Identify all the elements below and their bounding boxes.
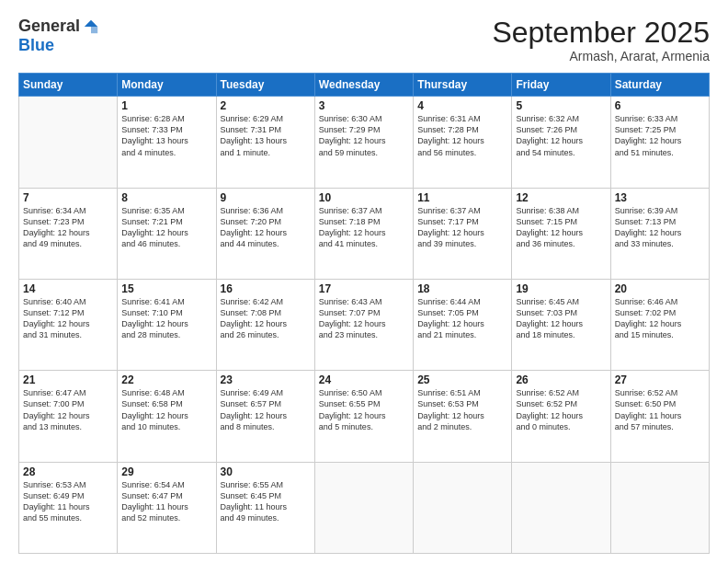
- day-number: 15: [121, 282, 211, 295]
- day-info: Sunrise: 6:46 AMSunset: 7:02 PMDaylight:…: [615, 296, 705, 341]
- logo: General Blue: [18, 17, 99, 55]
- table-row: 28Sunrise: 6:53 AMSunset: 6:49 PMDayligh…: [19, 462, 118, 553]
- calendar-week-row: 14Sunrise: 6:40 AMSunset: 7:12 PMDayligh…: [19, 279, 710, 370]
- table-row: 27Sunrise: 6:52 AMSunset: 6:50 PMDayligh…: [610, 371, 709, 462]
- day-number: 26: [516, 373, 606, 386]
- header: General Blue September 2025 Armash, Arar…: [18, 17, 710, 63]
- day-info: Sunrise: 6:52 AMSunset: 6:52 PMDaylight:…: [516, 387, 606, 432]
- table-row: [19, 97, 118, 188]
- table-row: 19Sunrise: 6:45 AMSunset: 7:03 PMDayligh…: [512, 279, 610, 370]
- table-row: 24Sunrise: 6:50 AMSunset: 6:55 PMDayligh…: [314, 371, 413, 462]
- day-number: 3: [319, 99, 409, 112]
- day-info: Sunrise: 6:38 AMSunset: 7:15 PMDaylight:…: [516, 205, 606, 250]
- day-number: 16: [221, 282, 311, 295]
- day-info: Sunrise: 6:28 AMSunset: 7:33 PMDaylight:…: [121, 113, 211, 158]
- table-row: 18Sunrise: 6:44 AMSunset: 7:05 PMDayligh…: [414, 279, 512, 370]
- header-wednesday: Wednesday: [314, 74, 413, 97]
- day-info: Sunrise: 6:41 AMSunset: 7:10 PMDaylight:…: [121, 296, 211, 341]
- day-info: Sunrise: 6:39 AMSunset: 7:13 PMDaylight:…: [615, 205, 705, 250]
- day-info: Sunrise: 6:40 AMSunset: 7:12 PMDaylight:…: [23, 296, 113, 341]
- day-number: 29: [121, 465, 211, 478]
- day-info: Sunrise: 6:45 AMSunset: 7:03 PMDaylight:…: [516, 296, 606, 341]
- day-info: Sunrise: 6:30 AMSunset: 7:29 PMDaylight:…: [319, 113, 409, 158]
- calendar-week-row: 7Sunrise: 6:34 AMSunset: 7:23 PMDaylight…: [19, 188, 710, 279]
- day-info: Sunrise: 6:29 AMSunset: 7:31 PMDaylight:…: [221, 113, 311, 158]
- day-number: 5: [516, 99, 606, 112]
- table-row: 30Sunrise: 6:55 AMSunset: 6:45 PMDayligh…: [216, 462, 314, 553]
- table-row: 3Sunrise: 6:30 AMSunset: 7:29 PMDaylight…: [314, 97, 413, 188]
- header-thursday: Thursday: [414, 74, 512, 97]
- table-row: [314, 462, 413, 553]
- day-number: 4: [417, 99, 507, 112]
- day-info: Sunrise: 6:36 AMSunset: 7:20 PMDaylight:…: [221, 205, 311, 250]
- table-row: 8Sunrise: 6:35 AMSunset: 7:21 PMDaylight…: [118, 188, 216, 279]
- svg-marker-0: [85, 19, 97, 26]
- day-info: Sunrise: 6:32 AMSunset: 7:26 PMDaylight:…: [516, 113, 606, 158]
- table-row: 20Sunrise: 6:46 AMSunset: 7:02 PMDayligh…: [610, 279, 709, 370]
- day-number: 13: [615, 191, 705, 204]
- day-number: 17: [319, 282, 409, 295]
- table-row: [414, 462, 512, 553]
- logo-general-text: General: [18, 17, 80, 36]
- calendar-week-row: 21Sunrise: 6:47 AMSunset: 7:00 PMDayligh…: [19, 371, 710, 462]
- calendar-week-row: 1Sunrise: 6:28 AMSunset: 7:33 PMDaylight…: [19, 97, 710, 188]
- table-row: [512, 462, 610, 553]
- day-number: 22: [121, 373, 211, 386]
- day-info: Sunrise: 6:53 AMSunset: 6:49 PMDaylight:…: [23, 479, 113, 524]
- day-number: 2: [221, 99, 311, 112]
- table-row: 5Sunrise: 6:32 AMSunset: 7:26 PMDaylight…: [512, 97, 610, 188]
- table-row: 6Sunrise: 6:33 AMSunset: 7:25 PMDaylight…: [610, 97, 709, 188]
- table-row: 26Sunrise: 6:52 AMSunset: 6:52 PMDayligh…: [512, 371, 610, 462]
- table-row: 7Sunrise: 6:34 AMSunset: 7:23 PMDaylight…: [19, 188, 118, 279]
- table-row: 10Sunrise: 6:37 AMSunset: 7:18 PMDayligh…: [314, 188, 413, 279]
- day-number: 14: [23, 282, 113, 295]
- calendar-week-row: 28Sunrise: 6:53 AMSunset: 6:49 PMDayligh…: [19, 462, 710, 553]
- weekday-header-row: Sunday Monday Tuesday Wednesday Thursday…: [19, 74, 710, 97]
- day-info: Sunrise: 6:31 AMSunset: 7:28 PMDaylight:…: [417, 113, 507, 158]
- table-row: 2Sunrise: 6:29 AMSunset: 7:31 PMDaylight…: [216, 97, 314, 188]
- calendar-table: Sunday Monday Tuesday Wednesday Thursday…: [18, 73, 710, 554]
- day-number: 11: [417, 191, 507, 204]
- day-info: Sunrise: 6:51 AMSunset: 6:53 PMDaylight:…: [417, 387, 507, 432]
- day-number: 20: [615, 282, 705, 295]
- day-info: Sunrise: 6:33 AMSunset: 7:25 PMDaylight:…: [615, 113, 705, 158]
- day-number: 1: [121, 99, 211, 112]
- day-number: 10: [319, 191, 409, 204]
- day-info: Sunrise: 6:37 AMSunset: 7:17 PMDaylight:…: [417, 205, 507, 250]
- day-info: Sunrise: 6:44 AMSunset: 7:05 PMDaylight:…: [417, 296, 507, 341]
- day-number: 6: [615, 99, 705, 112]
- day-number: 12: [516, 191, 606, 204]
- table-row: [610, 462, 709, 553]
- month-title: September 2025: [492, 17, 710, 49]
- header-monday: Monday: [118, 74, 216, 97]
- day-number: 7: [23, 191, 113, 204]
- table-row: 22Sunrise: 6:48 AMSunset: 6:58 PMDayligh…: [118, 371, 216, 462]
- day-number: 8: [121, 191, 211, 204]
- location-subtitle: Armash, Ararat, Armenia: [492, 49, 710, 63]
- day-info: Sunrise: 6:42 AMSunset: 7:08 PMDaylight:…: [221, 296, 311, 341]
- day-info: Sunrise: 6:47 AMSunset: 7:00 PMDaylight:…: [23, 387, 113, 432]
- day-number: 19: [516, 282, 606, 295]
- day-number: 21: [23, 373, 113, 386]
- page: General Blue September 2025 Armash, Arar…: [0, 0, 728, 563]
- table-row: 23Sunrise: 6:49 AMSunset: 6:57 PMDayligh…: [216, 371, 314, 462]
- day-info: Sunrise: 6:35 AMSunset: 7:21 PMDaylight:…: [121, 205, 211, 250]
- day-number: 18: [417, 282, 507, 295]
- table-row: 9Sunrise: 6:36 AMSunset: 7:20 PMDaylight…: [216, 188, 314, 279]
- table-row: 12Sunrise: 6:38 AMSunset: 7:15 PMDayligh…: [512, 188, 610, 279]
- header-tuesday: Tuesday: [216, 74, 314, 97]
- table-row: 15Sunrise: 6:41 AMSunset: 7:10 PMDayligh…: [118, 279, 216, 370]
- svg-marker-1: [91, 27, 97, 33]
- table-row: 16Sunrise: 6:42 AMSunset: 7:08 PMDayligh…: [216, 279, 314, 370]
- header-saturday: Saturday: [610, 74, 709, 97]
- logo-blue-text: Blue: [18, 36, 54, 54]
- table-row: 14Sunrise: 6:40 AMSunset: 7:12 PMDayligh…: [19, 279, 118, 370]
- day-number: 23: [221, 373, 311, 386]
- table-row: 21Sunrise: 6:47 AMSunset: 7:00 PMDayligh…: [19, 371, 118, 462]
- title-block: September 2025 Armash, Ararat, Armenia: [492, 17, 710, 63]
- table-row: 29Sunrise: 6:54 AMSunset: 6:47 PMDayligh…: [118, 462, 216, 553]
- day-info: Sunrise: 6:48 AMSunset: 6:58 PMDaylight:…: [121, 387, 211, 432]
- day-number: 30: [221, 465, 311, 478]
- day-info: Sunrise: 6:54 AMSunset: 6:47 PMDaylight:…: [121, 479, 211, 524]
- day-number: 28: [23, 465, 113, 478]
